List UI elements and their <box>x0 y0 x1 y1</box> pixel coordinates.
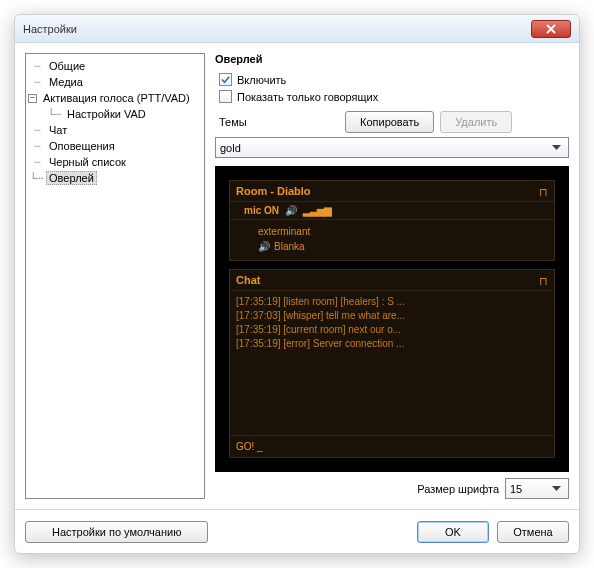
chat-line: [17:35:19] [error] Server connection ... <box>236 337 548 351</box>
defaults-button[interactable]: Настройки по умолчанию <box>25 521 208 543</box>
tree-item-media[interactable]: ┈ Медиа <box>28 74 202 90</box>
tree-item-notifications[interactable]: ┈ Оповещения <box>28 138 202 154</box>
theme-value: gold <box>220 142 549 154</box>
fontsize-select[interactable]: 15 <box>505 478 569 499</box>
fontsize-label: Размер шрифта <box>417 483 499 495</box>
section-title: Оверлей <box>215 53 569 65</box>
overlay-preview: ⊓ Room - Diablo mic ON 🔊 ▂▃▅▆ exterminan… <box>215 166 569 472</box>
tree-collapse-icon[interactable]: − <box>28 94 37 103</box>
ok-button[interactable]: OK <box>417 521 489 543</box>
chat-title: Chat <box>230 270 554 291</box>
chat-line: [17:35:19] [listen room] [healers] : S .… <box>236 295 548 309</box>
settings-window: Настройки ┈ Общие ┈ Медиа − Активация го… <box>14 14 580 554</box>
tree-item-chat[interactable]: ┈ Чат <box>28 122 202 138</box>
show-speaking-checkbox-row[interactable]: Показать только говорящих <box>219 90 569 103</box>
pin-icon: ⊓ <box>539 186 548 199</box>
delete-button: Удалить <box>440 111 512 133</box>
chat-line: [17:35:19] [current room] next our o... <box>236 323 548 337</box>
theme-select[interactable]: gold <box>215 137 569 158</box>
themes-label: Темы <box>215 116 339 128</box>
chevron-down-icon <box>549 480 564 497</box>
tree-item-voice-activation[interactable]: − Активация голоса (PTT/VAD) <box>28 90 202 106</box>
close-button[interactable] <box>531 20 571 38</box>
show-speaking-checkbox[interactable] <box>219 90 232 103</box>
tree-item-vad-settings[interactable]: └┈ Настройки VAD <box>28 106 202 122</box>
window-title: Настройки <box>23 23 531 35</box>
chevron-down-icon <box>549 139 564 156</box>
chat-input-preview: GO! _ <box>230 435 554 457</box>
pin-icon: ⊓ <box>539 275 548 288</box>
signal-icon: ▂▃▅▆ <box>303 205 331 216</box>
nav-tree[interactable]: ┈ Общие ┈ Медиа − Активация голоса (PTT/… <box>25 53 205 499</box>
speaker-icon: 🔊 <box>258 241 270 252</box>
check-icon <box>221 75 230 84</box>
titlebar[interactable]: Настройки <box>15 15 579 43</box>
tree-item-blacklist[interactable]: ┈ Черный список <box>28 154 202 170</box>
fontsize-value: 15 <box>510 483 549 495</box>
mic-label: mic ON <box>244 205 279 216</box>
show-speaking-label: Показать только говорящих <box>237 91 378 103</box>
user-row: 🔊Blanka <box>258 239 548 254</box>
preview-room-panel: ⊓ Room - Diablo mic ON 🔊 ▂▃▅▆ exterminan… <box>229 180 555 261</box>
enable-label: Включить <box>237 74 286 86</box>
cancel-button[interactable]: Отмена <box>497 521 569 543</box>
room-title: Room - Diablo <box>230 181 554 202</box>
tree-item-general[interactable]: ┈ Общие <box>28 58 202 74</box>
preview-chat-panel: ⊓ Chat [17:35:19] [listen room] [healers… <box>229 269 555 458</box>
enable-checkbox[interactable] <box>219 73 232 86</box>
tree-item-overlay[interactable]: └┈ Оверлей <box>28 170 202 186</box>
user-row: exterminant <box>258 224 548 239</box>
close-icon <box>546 24 556 34</box>
enable-checkbox-row[interactable]: Включить <box>219 73 569 86</box>
chat-line: [17:37:03] [whisper] tell me what are... <box>236 309 548 323</box>
speaker-icon: 🔊 <box>285 205 297 216</box>
copy-button[interactable]: Копировать <box>345 111 434 133</box>
